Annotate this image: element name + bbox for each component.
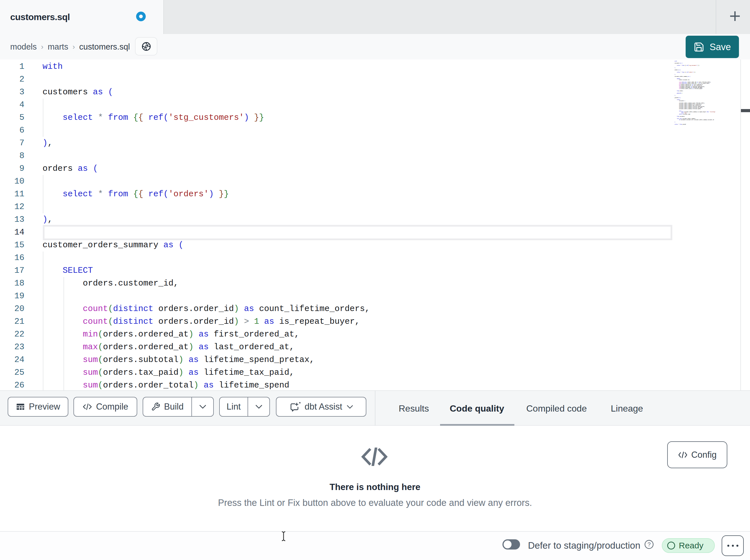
- svg-text:?: ?: [647, 541, 650, 547]
